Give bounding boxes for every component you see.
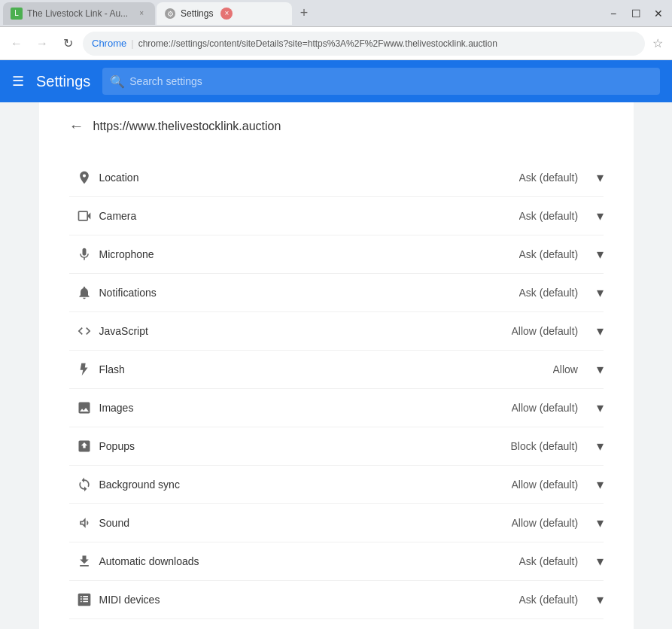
sound-select[interactable]: Allow (default) bbox=[512, 517, 594, 529]
javascript-select-wrap: Allow (default) ▾ bbox=[468, 323, 604, 339]
url-text: chrome://settings/content/siteDetails?si… bbox=[138, 38, 497, 49]
background-sync-label: Background sync bbox=[99, 479, 468, 491]
sound-label: Sound bbox=[99, 517, 468, 529]
microphone-select[interactable]: Ask (default) bbox=[519, 248, 594, 260]
site-url: https://www.thelivestocklink.auction bbox=[93, 120, 281, 133]
search-wrap: 🔍 bbox=[102, 68, 660, 95]
location-select[interactable]: Ask (default) bbox=[519, 172, 594, 184]
permission-row-microphone: Microphone Ask (default) ▾ bbox=[69, 235, 604, 274]
midi-devices-select-wrap: Ask (default) ▾ bbox=[468, 591, 604, 608]
midi-devices-dropdown-arrow: ▾ bbox=[597, 591, 604, 608]
minimize-button[interactable]: − bbox=[603, 6, 624, 21]
permission-row-background-sync: Background sync Allow (default) ▾ bbox=[69, 466, 604, 504]
permission-row-javascript: JavaScript Allow (default) ▾ bbox=[69, 312, 604, 351]
permissions-list: Location Ask (default) ▾ Camera Ask (def… bbox=[69, 159, 604, 629]
flash-select[interactable]: Allow bbox=[553, 363, 594, 375]
forward-button[interactable]: → bbox=[32, 33, 53, 54]
background-sync-select[interactable]: Allow (default) bbox=[512, 479, 594, 491]
automatic-downloads-label: Automatic downloads bbox=[99, 555, 468, 567]
tab-active[interactable]: ⚙ Settings × bbox=[157, 2, 292, 25]
microphone-select-wrap: Ask (default) ▾ bbox=[468, 246, 604, 263]
flash-icon bbox=[69, 362, 99, 377]
sound-select-wrap: Allow (default) ▾ bbox=[468, 515, 604, 531]
tab-inactive[interactable]: L The Livestock Link - Au... × bbox=[3, 2, 155, 25]
tab-inactive-close[interactable]: × bbox=[135, 8, 147, 20]
flash-label: Flash bbox=[99, 363, 468, 375]
camera-icon bbox=[69, 208, 99, 223]
javascript-dropdown-arrow: ▾ bbox=[597, 323, 604, 339]
microphone-label: Microphone bbox=[99, 248, 468, 260]
javascript-select[interactable]: Allow (default) bbox=[512, 325, 594, 337]
automatic-downloads-dropdown-arrow: ▾ bbox=[597, 553, 604, 570]
microphone-dropdown-arrow: ▾ bbox=[597, 246, 604, 263]
search-input[interactable] bbox=[102, 68, 660, 95]
flash-dropdown-arrow: ▾ bbox=[597, 361, 604, 378]
popups-label: Popups bbox=[99, 440, 468, 452]
notifications-icon bbox=[69, 285, 99, 300]
images-dropdown-arrow: ▾ bbox=[597, 400, 604, 416]
midi-devices-select[interactable]: Ask (default) bbox=[519, 594, 594, 606]
tab-active-favicon: ⚙ bbox=[164, 8, 176, 20]
camera-dropdown-arrow: ▾ bbox=[597, 208, 604, 224]
notifications-select[interactable]: Ask (default) bbox=[519, 287, 594, 299]
main-content: ← https://www.thelivestocklink.auction L… bbox=[39, 102, 634, 629]
automatic-downloads-icon bbox=[69, 554, 99, 569]
close-button[interactable]: ✕ bbox=[648, 6, 669, 21]
background-sync-icon bbox=[69, 477, 99, 492]
tab-inactive-label: The Livestock Link - Au... bbox=[27, 8, 128, 19]
popups-dropdown-arrow: ▾ bbox=[597, 438, 604, 454]
notifications-select-wrap: Ask (default) ▾ bbox=[468, 284, 604, 301]
permission-row-popups: Popups Block (default) ▾ bbox=[69, 427, 604, 466]
midi-devices-icon bbox=[69, 592, 99, 607]
settings-header: ☰ Settings 🔍 bbox=[0, 60, 672, 102]
reload-button[interactable]: ↻ bbox=[57, 33, 78, 54]
background-sync-select-wrap: Allow (default) ▾ bbox=[468, 476, 604, 493]
tab-new-button[interactable]: + bbox=[293, 3, 315, 24]
camera-select[interactable]: Ask (default) bbox=[519, 210, 594, 222]
permission-row-flash: Flash Allow ▾ bbox=[69, 351, 604, 389]
midi-devices-label: MIDI devices bbox=[99, 594, 468, 606]
notifications-label: Notifications bbox=[99, 287, 468, 299]
sound-dropdown-arrow: ▾ bbox=[597, 515, 604, 531]
back-row: ← https://www.thelivestocklink.auction bbox=[69, 117, 604, 141]
javascript-label: JavaScript bbox=[99, 325, 468, 337]
location-icon bbox=[69, 170, 99, 185]
popups-select[interactable]: Block (default) bbox=[511, 440, 594, 452]
back-arrow-button[interactable]: ← bbox=[69, 117, 84, 135]
automatic-downloads-select[interactable]: Ask (default) bbox=[519, 555, 594, 567]
location-select-wrap: Ask (default) ▾ bbox=[468, 169, 604, 186]
address-bar: ← → ↻ Chrome | chrome://settings/content… bbox=[0, 27, 672, 60]
chrome-label: Chrome bbox=[92, 38, 126, 49]
notifications-dropdown-arrow: ▾ bbox=[597, 284, 604, 301]
images-select-wrap: Allow (default) ▾ bbox=[468, 400, 604, 416]
flash-select-wrap: Allow ▾ bbox=[468, 361, 604, 378]
location-dropdown-arrow: ▾ bbox=[597, 169, 604, 186]
images-select[interactable]: Allow (default) bbox=[512, 402, 594, 414]
window-controls: − ☐ ✕ bbox=[603, 6, 669, 21]
popups-icon bbox=[69, 439, 99, 454]
automatic-downloads-select-wrap: Ask (default) ▾ bbox=[468, 553, 604, 570]
camera-select-wrap: Ask (default) ▾ bbox=[468, 208, 604, 224]
permission-row-midi-devices: MIDI devices Ask (default) ▾ bbox=[69, 581, 604, 619]
settings-title: Settings bbox=[36, 73, 90, 90]
permission-row-notifications: Notifications Ask (default) ▾ bbox=[69, 274, 604, 312]
permission-row-images: Images Allow (default) ▾ bbox=[69, 389, 604, 427]
hamburger-icon[interactable]: ☰ bbox=[12, 73, 24, 90]
javascript-icon bbox=[69, 324, 99, 339]
images-label: Images bbox=[99, 402, 468, 414]
back-button[interactable]: ← bbox=[6, 33, 27, 54]
images-icon bbox=[69, 400, 99, 415]
bookmark-button[interactable]: ☆ bbox=[649, 36, 666, 50]
url-bar[interactable]: Chrome | chrome://settings/content/siteD… bbox=[83, 32, 645, 56]
background-sync-dropdown-arrow: ▾ bbox=[597, 476, 604, 493]
sound-icon bbox=[69, 515, 99, 530]
tab-inactive-favicon: L bbox=[11, 8, 23, 20]
tab-active-label: Settings bbox=[181, 8, 213, 19]
popups-select-wrap: Block (default) ▾ bbox=[468, 438, 604, 454]
svg-text:⚙: ⚙ bbox=[167, 10, 174, 18]
camera-label: Camera bbox=[99, 210, 468, 222]
maximize-button[interactable]: ☐ bbox=[625, 6, 646, 21]
location-label: Location bbox=[99, 172, 468, 184]
microphone-icon bbox=[69, 247, 99, 262]
tab-active-close[interactable]: × bbox=[220, 8, 233, 20]
